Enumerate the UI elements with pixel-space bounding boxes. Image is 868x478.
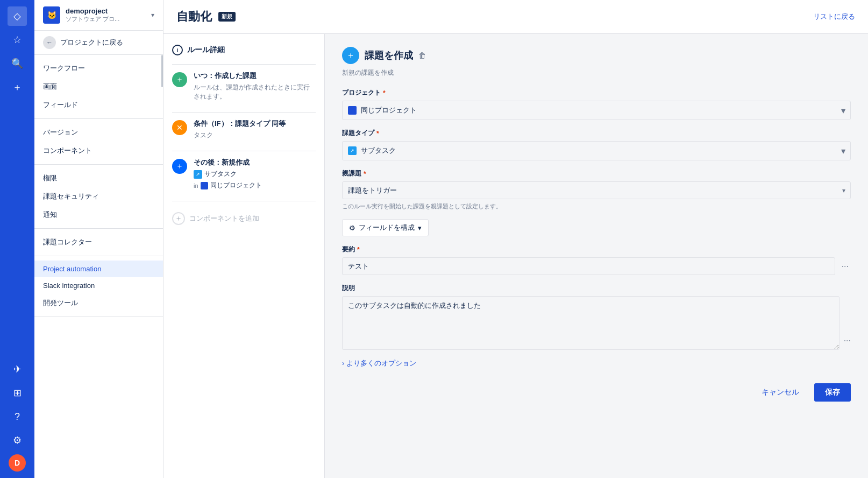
form-actions: キャンセル 保存 bbox=[342, 379, 851, 402]
issue-type-icon: ↗ bbox=[348, 146, 357, 155]
project-avatar: 🐱 bbox=[43, 6, 60, 24]
nav-settings-icon[interactable]: ⚙ bbox=[8, 431, 27, 450]
sidebar-section-1: ワークフロー 画面 フィールド bbox=[34, 55, 163, 119]
configure-btn-label: フィールドを構成 bbox=[359, 223, 415, 233]
configure-fields-button[interactable]: ⚙ フィールドを構成 ▾ bbox=[342, 219, 429, 236]
sidebar-item-devtools[interactable]: 開発ツール bbox=[34, 294, 163, 312]
sidebar-item-collector[interactable]: 課題コレクター bbox=[34, 233, 163, 251]
cancel-button[interactable]: キャンセル bbox=[753, 383, 808, 402]
description-label: 説明 bbox=[342, 284, 851, 293]
back-to-project[interactable]: ← プロジェクトに戻る bbox=[34, 31, 163, 55]
summary-input[interactable] bbox=[342, 257, 835, 275]
sidebar: 🐱 demoproject ソフトウェア プロ... ▾ ← プロジェクトに戻る… bbox=[34, 0, 163, 478]
sidebar-item-security[interactable]: 課題セキュリティ bbox=[34, 187, 163, 206]
sidebar-item-version[interactable]: バージョン bbox=[34, 123, 163, 142]
action-subtitle-1: サブタスク bbox=[204, 170, 237, 179]
sidebar-item-component[interactable]: コンポーネント bbox=[34, 142, 163, 160]
action-content: その後：新規作成 ↗ サブタスク in 同じプロジェクト bbox=[194, 158, 316, 190]
create-issue-icon: ＋ bbox=[342, 47, 359, 64]
parent-issue-label: 親課題 * bbox=[342, 169, 851, 178]
back-label: プロジェクトに戻る bbox=[60, 38, 123, 47]
chevron-down-icon: ▾ bbox=[151, 11, 154, 19]
parent-issue-hint: このルール実行を開始した課題を親課題として設定します。 bbox=[342, 202, 851, 210]
action-project: in 同じプロジェクト bbox=[194, 181, 316, 190]
description-more-icon[interactable]: ··· bbox=[844, 296, 851, 350]
summary-field-wrapper: ··· bbox=[342, 257, 851, 275]
summary-label: 要約 * bbox=[342, 245, 851, 254]
action-icon: ＋ bbox=[172, 159, 187, 174]
trash-icon[interactable]: 🗑 bbox=[418, 51, 426, 60]
parent-issue-select[interactable]: 課題をトリガー bbox=[342, 181, 851, 199]
project-select-wrapper: 同じプロジェクト ▾ bbox=[342, 101, 851, 120]
sidebar-item-permission[interactable]: 権限 bbox=[34, 169, 163, 187]
description-textarea[interactable]: このサブタスクは自動的に作成されました bbox=[342, 296, 839, 350]
nav-search-icon[interactable]: 🔍 bbox=[8, 54, 27, 73]
detail-header: ＋ 課題を作成 🗑 bbox=[342, 47, 851, 64]
info-icon: i bbox=[172, 45, 183, 55]
action-subtitle-3: 同じプロジェクト bbox=[210, 181, 262, 190]
configure-chevron-icon: ▾ bbox=[418, 224, 422, 232]
project-type: ソフトウェア プロ... bbox=[66, 15, 146, 23]
nav-star-icon[interactable]: ☆ bbox=[8, 30, 27, 50]
rule-step-trigger[interactable]: ＋ いつ：作成した課題 ルールは、課題が作成されたときに実行されます。 bbox=[172, 71, 316, 101]
parent-issue-select-wrapper: 課題をトリガー bbox=[342, 181, 851, 199]
project-header[interactable]: 🐱 demoproject ソフトウェア プロ... ▾ bbox=[34, 0, 163, 31]
required-marker: * bbox=[383, 89, 386, 97]
detail-subtitle: 新規の課題を作成 bbox=[342, 68, 851, 78]
more-options-link[interactable]: › より多くのオプション bbox=[342, 359, 851, 368]
main-content: 自動化 新規 リストに戻る i ルール詳細 ＋ いつ：作成した課題 ルールは、課… bbox=[163, 0, 868, 478]
nav-plus-icon[interactable]: ＋ bbox=[8, 78, 27, 97]
condition-content: 条件（IF）：課題タイプ 同等 タスク bbox=[194, 119, 316, 140]
summary-field-group: 要約 * ··· bbox=[342, 245, 851, 275]
issue-type-select[interactable]: ↗ サブタスク bbox=[342, 141, 851, 160]
rule-panel: i ルール詳細 ＋ いつ：作成した課題 ルールは、課題が作成されたときに実行され… bbox=[163, 34, 325, 478]
project-field-label: プロジェクト * bbox=[342, 88, 851, 97]
project-select-icon bbox=[348, 106, 357, 115]
detail-panel: ＋ 課題を作成 🗑 新規の課題を作成 プロジェクト * 同じプロジェクト ▾ bbox=[325, 34, 868, 478]
page-title: 自動化 bbox=[176, 9, 212, 25]
trigger-title: いつ：作成した課題 bbox=[194, 71, 316, 81]
trigger-icon: ＋ bbox=[172, 72, 187, 87]
sidebar-item-notification[interactable]: 通知 bbox=[34, 206, 163, 224]
nav-help-icon[interactable]: ? bbox=[8, 407, 27, 426]
global-nav: ◇ ☆ 🔍 ＋ ✈ ⊞ ? ⚙ D bbox=[0, 0, 34, 478]
issue-type-label: 課題タイプ * bbox=[342, 129, 851, 138]
add-component-label: コンポーネントを追加 bbox=[189, 214, 259, 223]
save-button[interactable]: 保存 bbox=[814, 383, 851, 402]
sidebar-item-automation[interactable]: Project automation bbox=[34, 261, 163, 277]
back-to-list-link[interactable]: リストに戻る bbox=[813, 12, 855, 22]
sidebar-item-workflow[interactable]: ワークフロー bbox=[34, 59, 163, 78]
main-header: 自動化 新規 リストに戻る bbox=[163, 0, 868, 34]
condition-desc: タスク bbox=[194, 131, 316, 140]
description-field-group: 説明 このサブタスクは自動的に作成されました ··· bbox=[342, 284, 851, 350]
trigger-content: いつ：作成した課題 ルールは、課題が作成されたときに実行されます。 bbox=[194, 71, 316, 101]
new-badge: 新規 bbox=[218, 12, 236, 22]
issue-type-value: サブタスク bbox=[361, 146, 396, 156]
desc-field-wrapper: このサブタスクは自動的に作成されました ··· bbox=[342, 296, 851, 350]
back-icon: ← bbox=[43, 36, 56, 49]
nav-grid-icon[interactable]: ⊞ bbox=[8, 383, 27, 403]
issue-type-select-wrapper: ↗ サブタスク ▾ bbox=[342, 141, 851, 160]
sidebar-section-3: 権限 課題セキュリティ 通知 bbox=[34, 165, 163, 229]
action-title: その後：新規作成 bbox=[194, 158, 316, 167]
subtask-icon: ↗ bbox=[194, 170, 202, 179]
add-component-btn[interactable]: ＋ コンポーネントを追加 bbox=[172, 208, 316, 229]
sidebar-item-screen[interactable]: 画面 bbox=[34, 78, 163, 96]
add-plus-icon: ＋ bbox=[172, 212, 185, 225]
user-avatar[interactable]: D bbox=[9, 454, 26, 472]
main-body: i ルール詳細 ＋ いつ：作成した課題 ルールは、課題が作成されたときに実行され… bbox=[163, 34, 868, 478]
project-select[interactable]: 同じプロジェクト bbox=[342, 101, 851, 120]
gear-icon: ⚙ bbox=[349, 224, 355, 232]
rule-step-condition[interactable]: ✕ 条件（IF）：課題タイプ 同等 タスク bbox=[172, 119, 316, 140]
rule-step-action[interactable]: ＋ その後：新規作成 ↗ サブタスク in 同じプロジェクト bbox=[172, 158, 316, 190]
nav-send-icon[interactable]: ✈ bbox=[8, 360, 27, 379]
sidebar-item-slack[interactable]: Slack integration bbox=[34, 277, 163, 294]
condition-title: 条件（IF）：課題タイプ 同等 bbox=[194, 119, 316, 129]
action-in-label: in bbox=[194, 182, 198, 189]
sidebar-section-5: Project automation Slack integration 開発ツ… bbox=[34, 256, 163, 317]
nav-diamond-icon[interactable]: ◇ bbox=[8, 6, 27, 26]
trigger-desc: ルールは、課題が作成されたときに実行されます。 bbox=[194, 83, 316, 101]
sidebar-item-field[interactable]: フィールド bbox=[34, 96, 163, 114]
project-info: demoproject ソフトウェア プロ... bbox=[66, 7, 146, 23]
summary-more-icon[interactable]: ··· bbox=[839, 259, 851, 273]
